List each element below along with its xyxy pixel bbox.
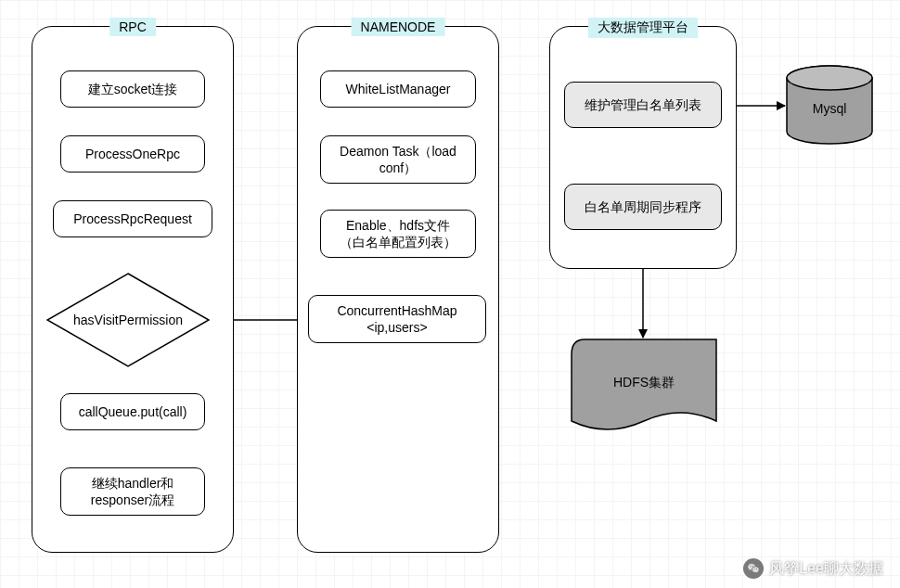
watermark: 风筝Lee聊大数据 [743,558,883,579]
node-process-one-rpc: ProcessOneRpc [60,135,205,173]
node-handler-label: 继续handler和 responser流程 [91,475,174,508]
node-process-rpc-request-label: ProcessRpcRequest [73,211,192,227]
node-handler: 继续handler和 responser流程 [60,467,205,516]
node-enable-hdfs-label: Enable、hdfs文件 （白名单配置列表） [340,217,456,250]
hdfs-cluster: HDFS集群 [570,338,718,438]
node-maintain-whitelist-label: 维护管理白名单列表 [585,96,701,113]
node-call-queue: callQueue.put(call) [60,393,205,430]
db-mysql-label: Mysql [813,101,847,116]
node-socket-label: 建立socket连接 [88,81,177,97]
node-maintain-whitelist: 维护管理白名单列表 [564,82,722,128]
node-enable-hdfs: Enable、hdfs文件 （白名单配置列表） [320,210,476,258]
node-socket: 建立socket连接 [60,70,205,108]
db-mysql: Mysql [785,65,874,145]
node-concurrent-hashmap: ConcurrentHashMap <ip,users> [308,295,486,343]
node-process-one-rpc-label: ProcessOneRpc [85,146,180,162]
svg-point-13 [787,66,872,90]
node-whitelist-manager: WhiteListManager [320,70,476,108]
node-call-queue-label: callQueue.put(call) [79,403,187,420]
node-deamon-task: Deamon Task（load conf） [320,135,476,184]
node-concurrent-hashmap-label: ConcurrentHashMap <ip,users> [337,302,456,336]
hdfs-cluster-label: HDFS集群 [613,375,675,391]
node-deamon-task-label: Deamon Task（load conf） [340,143,456,176]
watermark-text: 风筝Lee聊大数据 [769,559,883,579]
node-process-rpc-request: ProcessRpcRequest [53,200,212,237]
rpc-title: RPC [109,18,156,36]
decision-has-visit-permission: hasVisitPermission [46,273,210,367]
node-sync-whitelist: 白名单周期同步程序 [564,184,722,230]
namenode-title: NAMENODE [352,18,445,36]
decision-label: hasVisitPermission [73,313,183,327]
platform-container: 大数据管理平台 [549,26,737,269]
node-sync-whitelist-label: 白名单周期同步程序 [585,198,701,215]
platform-title: 大数据管理平台 [588,18,698,38]
wechat-icon [743,558,764,579]
node-whitelist-manager-label: WhiteListManager [346,81,451,97]
